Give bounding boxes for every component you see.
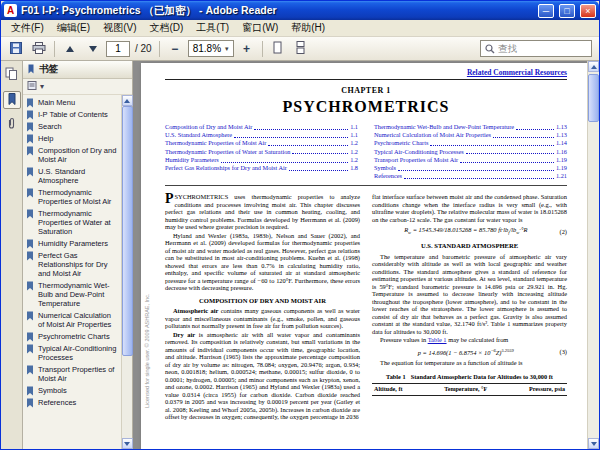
zoom-out-button[interactable]: − bbox=[165, 39, 185, 58]
minimize-button[interactable]: ─ bbox=[538, 4, 554, 18]
toolbar: / 20 − 81.8% ▾ + bbox=[1, 37, 599, 61]
toc-entry[interactable]: Transport Properties of Moist Air1.19 bbox=[374, 156, 567, 164]
toc-entry[interactable]: Humidity Parameters1.2 bbox=[165, 156, 358, 164]
toc-entry[interactable]: Typical Air-Conditioning Processes1.16 bbox=[374, 148, 567, 156]
toc-link[interactable]: Perfect Gas Relationships for Dry and Mo… bbox=[165, 164, 287, 172]
options-chevron-icon[interactable]: ▾ bbox=[40, 82, 44, 91]
toc-entry[interactable]: Perfect Gas Relationships for Dry and Mo… bbox=[165, 164, 358, 172]
toc-entry[interactable]: Thermodynamic Properties of Water at Sat… bbox=[165, 148, 358, 156]
titlebar[interactable]: A F01 I-P: Psychrometrics （已加密） - Adobe … bbox=[1, 1, 599, 20]
bookmark-item[interactable]: U.S. Standard Atmosphere bbox=[25, 166, 120, 187]
toc-entry[interactable]: References1.21 bbox=[374, 172, 567, 180]
bookmark-icon bbox=[26, 146, 34, 158]
bookmark-item[interactable]: Symbols bbox=[25, 385, 120, 397]
bookmarks-panel-button[interactable] bbox=[3, 91, 21, 109]
toc-entry[interactable]: Symbols1.19 bbox=[374, 164, 567, 172]
next-page-button[interactable] bbox=[83, 39, 103, 58]
toc-link[interactable]: Thermodynamic Properties of Moist Air bbox=[165, 139, 266, 147]
toc-link[interactable]: Thermodynamic Properties of Water at Sat… bbox=[165, 148, 290, 156]
toc-entry[interactable]: Thermodynamic Properties of Moist Air1.2 bbox=[165, 139, 358, 147]
bookmark-icon bbox=[26, 281, 34, 293]
toc-link[interactable]: Symbols bbox=[374, 164, 396, 172]
bookmark-item[interactable]: Typical Air-Conditioning Processes bbox=[25, 343, 120, 364]
bookmark-item[interactable]: Transport Properties of Moist Air bbox=[25, 364, 120, 385]
bookmark-tree: Main Menu I-P Table of Contents Search H… bbox=[23, 95, 121, 449]
scroll-up-button[interactable] bbox=[122, 95, 133, 106]
bookmark-item[interactable]: Thermodynamic Properties of Water at Sat… bbox=[25, 208, 120, 238]
page-title: PSYCHROMETRICS bbox=[165, 98, 567, 116]
bookmark-item[interactable]: I-P Table of Contents bbox=[25, 109, 120, 121]
bookmark-item[interactable]: Humidity Parameters bbox=[25, 238, 120, 250]
toc-link[interactable]: References bbox=[374, 172, 402, 180]
find-input[interactable] bbox=[498, 43, 584, 54]
toc-link[interactable]: Humidity Parameters bbox=[165, 156, 219, 164]
menu-help[interactable]: 帮助(H) bbox=[285, 20, 331, 36]
down-arrow-icon bbox=[89, 46, 97, 52]
scroll-up-button[interactable] bbox=[588, 61, 599, 72]
close-button[interactable]: × bbox=[580, 4, 596, 18]
bookmark-item[interactable]: Thermodynamic Wet-Bulb and Dew-Point Tem… bbox=[25, 280, 120, 310]
attachments-panel-button[interactable] bbox=[3, 116, 21, 134]
table1-link[interactable]: Table 1 bbox=[428, 336, 447, 343]
chapter-label: CHAPTER 1 bbox=[165, 86, 567, 95]
bookmark-item[interactable]: Thermodynamic Properties of Moist Air bbox=[25, 187, 120, 208]
continuous-page-button[interactable] bbox=[291, 39, 311, 58]
menu-document[interactable]: 文档(D) bbox=[143, 20, 189, 36]
page-number-input[interactable] bbox=[106, 41, 130, 57]
toc-link[interactable]: Transport Properties of Moist Air bbox=[374, 156, 458, 164]
scrollbar-thumb[interactable] bbox=[588, 74, 599, 122]
menu-window[interactable]: 窗口(W) bbox=[236, 20, 284, 36]
document-scrollbar bbox=[587, 61, 599, 449]
scrollbar-track[interactable] bbox=[588, 72, 599, 438]
scroll-down-button[interactable] bbox=[122, 438, 133, 449]
toc-link[interactable]: Psychrometric Charts bbox=[374, 139, 428, 147]
scrollbar-thumb[interactable] bbox=[122, 106, 133, 356]
body-right-column: flat interface surface between moist air… bbox=[372, 193, 567, 422]
zoom-level-dropdown[interactable]: 81.8% ▾ bbox=[188, 40, 234, 57]
toc-entry[interactable]: Numerical Calculation of Moist Air Prope… bbox=[374, 131, 567, 139]
menu-edit[interactable]: 编辑(E) bbox=[51, 20, 96, 36]
bookmark-item[interactable]: Numerical Calculation of Moist Air Prope… bbox=[25, 310, 120, 331]
related-resources-link[interactable]: Related Commercial Resources bbox=[165, 68, 567, 77]
print-button[interactable] bbox=[29, 39, 49, 58]
scrollbar-track[interactable] bbox=[122, 106, 133, 438]
printer-icon bbox=[32, 40, 46, 58]
bookmark-item[interactable]: Help bbox=[25, 133, 120, 145]
menu-tools[interactable]: 工具(T) bbox=[190, 20, 235, 36]
bookmark-item[interactable]: Psychrometric Charts bbox=[25, 331, 120, 343]
bookmark-item[interactable]: Search bbox=[25, 121, 120, 133]
body-left-column: PSYCHROMETRICS uses thermodynamic proper… bbox=[165, 193, 360, 422]
zoom-in-button[interactable]: + bbox=[237, 39, 257, 58]
toc-link[interactable]: Composition of Dry and Moist Air bbox=[165, 123, 252, 131]
menu-view[interactable]: 视图(V) bbox=[97, 20, 142, 36]
toc-entry[interactable]: Psychrometric Charts1.14 bbox=[374, 139, 567, 147]
navigation-panel-strip bbox=[1, 61, 23, 449]
paragraph: The temperature and barometric pressure … bbox=[372, 253, 567, 336]
options-icon[interactable] bbox=[27, 80, 38, 93]
pdf-page: Related Commercial Resources CHAPTER 1 P… bbox=[141, 63, 587, 449]
toc-entry[interactable]: U.S. Standard Atmosphere1.1 bbox=[165, 131, 358, 139]
bookmark-item[interactable]: References bbox=[25, 397, 120, 409]
save-button[interactable] bbox=[6, 39, 26, 58]
previous-page-button[interactable] bbox=[60, 39, 80, 58]
toc-entry[interactable]: Thermodynamic Wet-Bulb and Dew-Point Tem… bbox=[374, 123, 567, 131]
paragraph: Atmospheric air contains many gaseous co… bbox=[165, 307, 360, 330]
bookmark-item[interactable]: Composition of Dry and Moist Air bbox=[25, 145, 120, 166]
bookmark-item[interactable]: Main Menu bbox=[25, 97, 120, 109]
toc-link[interactable]: U.S. Standard Atmosphere bbox=[165, 131, 232, 139]
pages-panel-button[interactable] bbox=[3, 66, 21, 84]
single-page-button[interactable] bbox=[268, 39, 288, 58]
toc-link[interactable]: Typical Air-Conditioning Processes bbox=[374, 148, 464, 156]
table-header-cell: Pressure, psia bbox=[529, 386, 565, 394]
toc-leader bbox=[466, 153, 554, 154]
bookmark-item[interactable]: Perfect Gas Relationships for Dry and Mo… bbox=[25, 250, 120, 280]
separator bbox=[262, 41, 263, 57]
scroll-down-icon bbox=[124, 442, 130, 446]
menu-file[interactable]: 文件(F) bbox=[5, 20, 50, 36]
scroll-down-button[interactable] bbox=[588, 438, 599, 449]
toc-link[interactable]: Thermodynamic Wet-Bulb and Dew-Point Tem… bbox=[374, 123, 514, 131]
toc-entry[interactable]: Composition of Dry and Moist Air1.1 bbox=[165, 123, 358, 131]
scroll-up-icon bbox=[124, 99, 130, 103]
toc-link[interactable]: Numerical Calculation of Moist Air Prope… bbox=[374, 131, 491, 139]
maximize-button[interactable]: □ bbox=[559, 4, 575, 18]
